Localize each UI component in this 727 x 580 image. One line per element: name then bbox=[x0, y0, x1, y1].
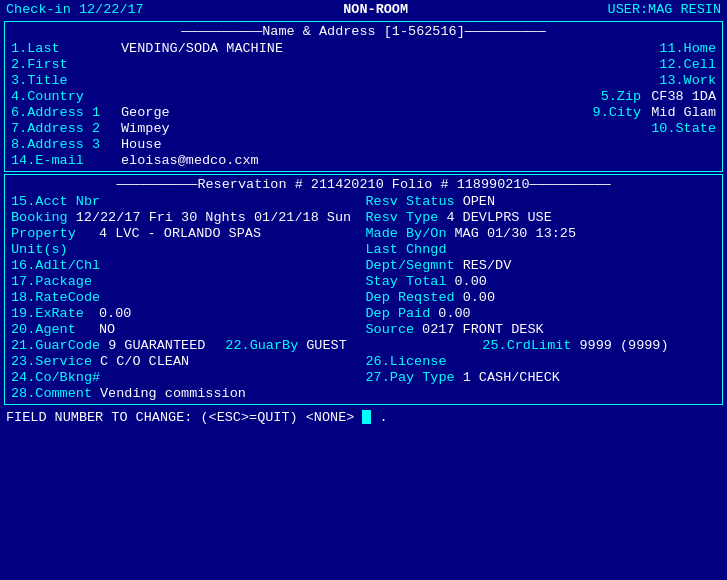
adlt-row: 16.Adlt/Chl Dept/Segmnt RES/DV bbox=[11, 258, 716, 273]
prompt-text: FIELD NUMBER TO CHANGE: (<ESC>=QUIT) <NO… bbox=[6, 410, 354, 425]
zip-label: 5.Zip bbox=[601, 89, 642, 104]
dep-paid-label: Dep Paid bbox=[366, 306, 431, 321]
acct-row: 15.Acct Nbr Resv Status OPEN bbox=[11, 194, 716, 209]
comment-row: 28.Comment Vending commission bbox=[11, 386, 716, 401]
property-value: 4 LVC - ORLANDO SPAS bbox=[99, 226, 261, 241]
ratecode-row: 18.RateCode Dep Reqsted 0.00 bbox=[11, 290, 716, 305]
exrate-value: 0.00 bbox=[99, 306, 131, 321]
header-bar: Check-in 12/22/17 NON-ROOM USER:MAG RESI… bbox=[0, 0, 727, 19]
resv-type-label: Resv Type bbox=[366, 210, 439, 225]
comment-label: 28.Comment bbox=[11, 386, 92, 401]
address3-value: House bbox=[121, 137, 716, 152]
made-by-value: MAG 01/30 13:25 bbox=[455, 226, 577, 241]
booking-value: 12/22/17 Fri 30 Nghts 01/21/18 Sun bbox=[76, 210, 351, 225]
service-label: 23.Service bbox=[11, 354, 92, 369]
work-label: 13.Work bbox=[659, 73, 716, 88]
first-row: 2.First 12.Cell bbox=[11, 57, 716, 72]
cobkng-row: 24.Co/Bkng# 27.Pay Type 1 CASH/CHECK bbox=[11, 370, 716, 385]
units-label: Unit(s) bbox=[11, 242, 91, 257]
city-label: 9.City bbox=[593, 105, 642, 120]
address1-label: 6.Address 1 bbox=[11, 105, 121, 120]
title-label: 3.Title bbox=[11, 73, 121, 88]
checkin-label: Check-in 12/22/17 bbox=[6, 2, 144, 17]
resv-status-label: Resv Status bbox=[366, 194, 455, 209]
email-label: 14.E-mail bbox=[11, 153, 121, 168]
property-row: Property 4 LVC - ORLANDO SPAS Made By/On… bbox=[11, 226, 716, 241]
email-value: eloisas@medco.cxm bbox=[121, 153, 716, 168]
nonroom-label: NON-ROOM bbox=[343, 2, 408, 17]
first-label: 2.First bbox=[11, 57, 121, 72]
resv-type-value: 4 DEVLPRS USE bbox=[446, 210, 551, 225]
prompt-suffix: . bbox=[380, 410, 388, 425]
dep-paid-value: 0.00 bbox=[438, 306, 470, 321]
crdlimit-value: 9999 (9999) bbox=[579, 338, 668, 353]
booking-label: Booking bbox=[11, 210, 68, 225]
main-screen: Check-in 12/22/17 NON-ROOM USER:MAG RESI… bbox=[0, 0, 727, 580]
address1-value: George bbox=[121, 105, 553, 120]
zip-value: CF38 1DA bbox=[651, 89, 716, 104]
agent-value: NO bbox=[99, 322, 115, 337]
address2-row: 7.Address 2 Wimpey 10.State bbox=[11, 121, 716, 136]
exrate-label: 19.ExRate bbox=[11, 306, 91, 321]
cursor[interactable] bbox=[362, 410, 371, 424]
cobkng-label: 24.Co/Bkng# bbox=[11, 370, 100, 385]
title-row: 3.Title 13.Work bbox=[11, 73, 716, 88]
source-label: Source bbox=[366, 322, 415, 337]
address1-row: 6.Address 1 George 9.City Mid Glam bbox=[11, 105, 716, 120]
booking-row: Booking 12/22/17 Fri 30 Nghts 01/21/18 S… bbox=[11, 210, 716, 225]
address2-label: 7.Address 2 bbox=[11, 121, 121, 136]
home-label: 11.Home bbox=[659, 41, 716, 56]
country-label: 4.Country bbox=[11, 89, 121, 104]
guarcode-value: 9 GUARANTEED bbox=[108, 338, 205, 353]
email-row: 14.E-mail eloisas@medco.cxm bbox=[11, 153, 716, 168]
stay-total-label: Stay Total bbox=[366, 274, 447, 289]
agent-row: 20.Agent NO Source 0217 FRONT DESK bbox=[11, 322, 716, 337]
adlt-label: 16.Adlt/Chl bbox=[11, 258, 100, 273]
reservation-section: ——————————Reservation # 211420210 Folio … bbox=[4, 174, 723, 405]
dept-value: RES/DV bbox=[463, 258, 512, 273]
last-chngd-label: Last Chngd bbox=[366, 242, 447, 257]
crdlimit-label: 25.CrdLimit bbox=[482, 338, 571, 353]
agent-label: 20.Agent bbox=[11, 322, 91, 337]
cell-label: 12.Cell bbox=[659, 57, 716, 72]
guarcode-label: 21.GuarCode bbox=[11, 338, 100, 353]
service-value: C C/O CLEAN bbox=[100, 354, 189, 369]
package-label: 17.Package bbox=[11, 274, 92, 289]
paytype-value: 1 CASH/CHECK bbox=[463, 370, 560, 385]
guarby-value: GUEST bbox=[306, 338, 347, 353]
name-address-section: ——————————Name & Address [1-562516]—————… bbox=[4, 21, 723, 172]
source-value: 0217 FRONT DESK bbox=[422, 322, 544, 337]
dep-reqsted-value: 0.00 bbox=[463, 290, 495, 305]
address3-label: 8.Address 3 bbox=[11, 137, 121, 152]
address2-value: Wimpey bbox=[121, 121, 551, 136]
stay-total-value: 0.00 bbox=[455, 274, 487, 289]
comment-value: Vending commission bbox=[100, 386, 246, 401]
exrate-row: 19.ExRate 0.00 Dep Paid 0.00 bbox=[11, 306, 716, 321]
name-section-title: ——————————Name & Address [1-562516]—————… bbox=[11, 24, 716, 39]
package-row: 17.Package Stay Total 0.00 bbox=[11, 274, 716, 289]
made-by-label: Made By/On bbox=[366, 226, 447, 241]
paytype-label: 27.Pay Type bbox=[366, 370, 455, 385]
last-row: 1.Last VENDING/SODA MACHINE 11.Home bbox=[11, 41, 716, 56]
prompt-bar: FIELD NUMBER TO CHANGE: (<ESC>=QUIT) <NO… bbox=[0, 407, 727, 428]
user-label: USER:MAG RESIN bbox=[608, 2, 721, 17]
address3-row: 8.Address 3 House bbox=[11, 137, 716, 152]
dep-reqsted-label: Dep Reqsted bbox=[366, 290, 455, 305]
dept-label: Dept/Segmnt bbox=[366, 258, 455, 273]
property-label: Property bbox=[11, 226, 91, 241]
guarby-label: 22.GuarBy bbox=[225, 338, 298, 353]
units-row: Unit(s) Last Chngd bbox=[11, 242, 716, 257]
reservation-title: ——————————Reservation # 211420210 Folio … bbox=[11, 177, 716, 192]
license-label: 26.License bbox=[366, 354, 447, 369]
city-value: Mid Glam bbox=[651, 105, 716, 120]
resv-status-value: OPEN bbox=[463, 194, 495, 209]
last-label: 1.Last bbox=[11, 41, 121, 56]
state-label: 10.State bbox=[651, 121, 716, 136]
last-value: VENDING/SODA MACHINE bbox=[121, 41, 539, 56]
country-row: 4.Country 5.Zip CF38 1DA bbox=[11, 89, 716, 104]
acct-label: 15.Acct Nbr bbox=[11, 194, 100, 209]
guarcode-row: 21.GuarCode 9 GUARANTEED 22.GuarBy GUEST… bbox=[11, 338, 716, 353]
service-row: 23.Service C C/O CLEAN 26.License bbox=[11, 354, 716, 369]
ratecode-label: 18.RateCode bbox=[11, 290, 100, 305]
